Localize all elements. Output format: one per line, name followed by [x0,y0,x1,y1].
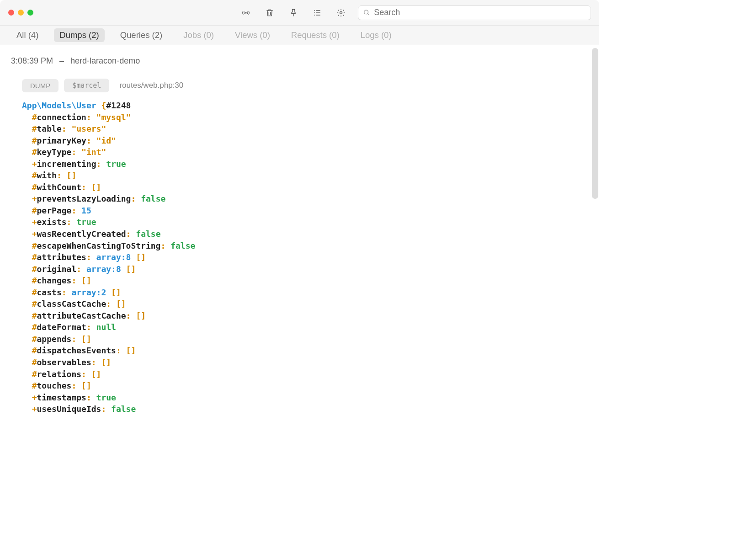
meta-line: 3:08:39 PM – herd-laracon-demo [11,56,588,66]
svg-point-0 [245,12,246,13]
tab-4[interactable]: Views (0) [229,28,276,42]
tab-3[interactable]: Jobs (0) [178,28,219,42]
window-controls [8,10,33,16]
svg-point-1 [340,11,342,14]
content-area: 3:08:39 PM – herd-laracon-demo DUMP $mar… [0,45,599,423]
gear-icon[interactable] [336,8,346,18]
tab-0[interactable]: All (4) [11,28,44,42]
search-box[interactable] [358,5,591,20]
scrollbar-thumb[interactable] [592,48,598,199]
search-input[interactable] [374,8,586,17]
close-button[interactable] [8,10,14,16]
dump-output: App\Models\User {#1248 #connection: "mys… [11,100,588,415]
tab-6[interactable]: Logs (0) [355,28,397,42]
pin-icon[interactable] [288,8,298,18]
svg-point-2 [364,10,368,14]
list-icon[interactable] [312,8,322,18]
tab-2[interactable]: Queries (2) [115,28,168,42]
timestamp: 3:08:39 PM [11,56,53,66]
toolbar-icons [241,8,346,18]
tab-5[interactable]: Requests (0) [286,28,345,42]
class-name[interactable]: App\Models\User [22,101,96,110]
badges-row: DUMP $marcel routes/web.php:30 [22,79,588,92]
tabs-bar: All (4)Dumps (2)Queries (2)Jobs (0)Views… [0,26,599,45]
titlebar [0,0,599,26]
dump-badge: DUMP [22,79,59,92]
file-location: routes/web.php:30 [119,81,183,90]
app-name: herd-laracon-demo [70,56,140,66]
meta-divider [150,61,588,61]
trash-icon[interactable] [265,8,275,18]
minimize-button[interactable] [18,10,24,16]
variable-badge: $marcel [64,79,109,92]
tab-1[interactable]: Dumps (2) [54,28,104,42]
maximize-button[interactable] [27,10,33,16]
meta-sep: – [59,56,64,66]
search-icon [363,9,370,16]
broadcast-icon[interactable] [241,8,251,18]
